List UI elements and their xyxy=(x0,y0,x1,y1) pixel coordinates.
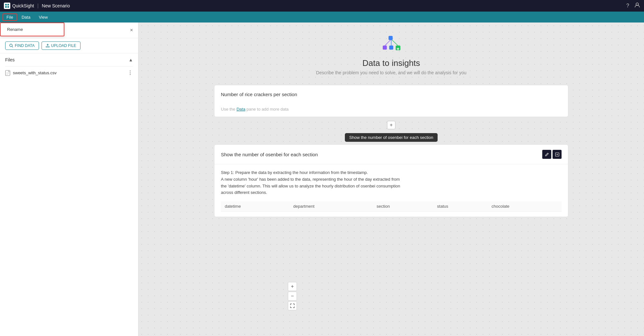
edit-icon xyxy=(545,152,549,157)
panel-actions: FIND DATA UPLOAD FILE xyxy=(0,38,138,53)
tooltip-container: Show the number of osenbei for each sect… xyxy=(345,133,438,142)
query-text: Number of rice crackers per section xyxy=(221,92,562,97)
svg-line-21 xyxy=(392,40,398,46)
fullscreen-icon xyxy=(290,304,295,308)
search-icon xyxy=(9,44,13,48)
query-box[interactable]: Number of rice crackers per section Use … xyxy=(214,85,568,117)
plus-btn-container: + xyxy=(387,121,395,129)
svg-rect-11 xyxy=(5,70,10,76)
logo-icon xyxy=(4,3,10,9)
rename-item[interactable]: Rename xyxy=(1,24,64,34)
menu-view[interactable]: View xyxy=(35,14,52,21)
topbar: QuickSight | New Scenario ? xyxy=(0,0,644,12)
analysis-step-text: Step 1: Prepare the data by extracting t… xyxy=(221,169,562,196)
insights-icon-container xyxy=(382,35,401,54)
files-header: Files ▲ xyxy=(5,53,133,67)
menubar: File Data View xyxy=(0,12,644,23)
help-icon[interactable]: ? xyxy=(626,3,629,9)
upload-icon xyxy=(46,44,50,48)
svg-point-8 xyxy=(10,44,12,47)
svg-rect-0 xyxy=(5,4,7,5)
query-hint: Use the Data pane to add more data xyxy=(221,107,289,112)
scenario-title: New Scenario xyxy=(42,3,70,8)
file-dropdown: Rename xyxy=(0,23,64,36)
svg-rect-10 xyxy=(46,46,49,47)
svg-line-9 xyxy=(12,47,13,48)
center-content: Data to insights Describe the problem yo… xyxy=(138,23,644,217)
insights-subtitle: Describe the problem you need to solve, … xyxy=(316,70,467,75)
right-content: + − xyxy=(138,23,644,336)
app-name: QuickSight xyxy=(12,3,34,8)
analysis-body: Step 1: Prepare the data by extracting t… xyxy=(214,164,568,217)
expand-card-button[interactable] xyxy=(553,150,562,159)
svg-rect-1 xyxy=(7,4,9,5)
zoom-controls: + − xyxy=(288,282,297,310)
svg-line-19 xyxy=(385,40,391,46)
analysis-card-title: Show the number of osenbei for each sect… xyxy=(221,152,318,157)
files-section-title: Files xyxy=(5,57,15,62)
expand-icon xyxy=(555,152,559,157)
app-logo: QuickSight xyxy=(4,3,34,9)
file-name: sweets_with_status.csv xyxy=(13,70,57,75)
menu-data[interactable]: Data xyxy=(18,14,34,21)
fullscreen-button[interactable] xyxy=(288,301,297,310)
analysis-card-header: Show the number of osenbei for each sect… xyxy=(214,145,568,164)
svg-rect-16 xyxy=(383,46,387,50)
col-department: department xyxy=(289,201,373,212)
svg-rect-2 xyxy=(5,6,7,8)
col-chocolate: chocolate xyxy=(488,201,562,212)
svg-rect-17 xyxy=(389,46,393,50)
tooltip-text: Show the number of osenbei for each sect… xyxy=(345,133,438,142)
col-datetime: datetime xyxy=(221,201,289,212)
col-status: status xyxy=(433,201,488,212)
zoom-out-button[interactable]: − xyxy=(288,292,297,301)
menu-file[interactable]: File xyxy=(3,14,17,21)
file-item: sweets_with_status.csv ⋮ xyxy=(5,67,133,79)
user-icon[interactable] xyxy=(634,2,640,9)
files-section: Files ▲ sweets_with_status.csv ⋮ xyxy=(0,53,138,79)
data-table: datetime department section status choco… xyxy=(221,201,562,212)
analysis-card: Show the number of osenbei for each sect… xyxy=(214,144,568,217)
svg-rect-3 xyxy=(7,6,9,8)
main-layout: Data × FIND DATA UPLOAD FILE xyxy=(0,23,644,336)
insights-title: Data to insights xyxy=(362,58,420,68)
analysis-card-actions xyxy=(542,150,562,159)
panel-close-button[interactable]: × xyxy=(130,27,133,33)
topbar-divider: | xyxy=(37,3,39,9)
find-data-button[interactable]: FIND DATA xyxy=(5,41,39,50)
data-panel: Data × FIND DATA UPLOAD FILE xyxy=(0,23,138,336)
topbar-right: ? xyxy=(626,2,640,9)
file-icon xyxy=(5,70,10,76)
file-menu-button[interactable]: ⋮ xyxy=(128,70,133,76)
edit-card-button[interactable] xyxy=(542,150,551,159)
col-section: section xyxy=(373,201,433,212)
add-section-button[interactable]: + xyxy=(387,121,395,129)
svg-rect-15 xyxy=(389,36,393,40)
data-insights-icon xyxy=(382,35,401,53)
upload-file-button[interactable]: UPLOAD FILE xyxy=(42,41,80,50)
zoom-in-button[interactable]: + xyxy=(288,282,297,291)
files-collapse-button[interactable]: ▲ xyxy=(128,57,133,62)
data-pane-link[interactable]: Data xyxy=(236,107,245,112)
file-item-left: sweets_with_status.csv xyxy=(5,70,57,76)
